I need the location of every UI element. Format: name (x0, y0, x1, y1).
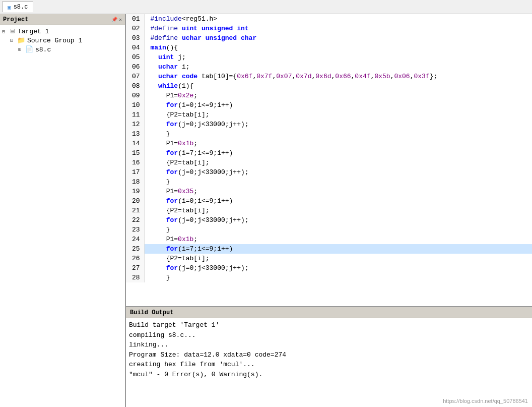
code-row: 11 {P2=tab[i]; (126, 110, 532, 120)
line-number: 14 (126, 139, 144, 148)
code-row: 03#define uchar unsigned char (126, 33, 532, 43)
code-content: uchar i; (144, 62, 532, 72)
code-row: 22 for(j=0;j<33000;j++); (126, 215, 532, 225)
line-number: 03 (126, 33, 144, 43)
code-row: 09 P1=0x2e; (126, 91, 532, 100)
line-number: 01 (126, 14, 144, 24)
code-content: } (144, 273, 532, 282)
target-icon: 🖥 (9, 28, 16, 35)
close-sidebar-icon[interactable]: ✕ (119, 17, 122, 23)
pin-icon[interactable]: 📌 (111, 17, 117, 23)
line-number: 11 (126, 110, 144, 120)
line-number: 20 (126, 196, 144, 206)
tree-item-sourcegroup1[interactable]: ⊟ 📁 Source Group 1 (0, 36, 125, 45)
code-content: for(i=0;i<=9;i++) (144, 100, 532, 110)
line-number: 25 (126, 244, 144, 254)
code-row: 14 P1=0x1b; (126, 139, 532, 148)
tree-item-target1[interactable]: ⊟ 🖥 Target 1 (0, 27, 125, 36)
code-content: {P2=tab[i]; (144, 110, 532, 120)
code-content: for(j=0;j<33000;j++); (144, 120, 532, 129)
code-row: 12 for(j=0;j<33000;j++); (126, 120, 532, 129)
file-label: s8.c (35, 46, 51, 53)
code-row: 23 } (126, 225, 532, 235)
build-line: compiling s8.c... (129, 330, 529, 340)
code-row: 21 {P2=tab[i]; (126, 206, 532, 215)
line-number: 06 (126, 62, 144, 72)
line-number: 16 (126, 158, 144, 167)
tree-item-s8c[interactable]: ⊞ 📄 s8.c (0, 45, 125, 54)
code-row: 10 for(i=0;i<=9;i++) (126, 100, 532, 110)
line-number: 10 (126, 100, 144, 110)
line-number: 27 (126, 263, 144, 273)
build-line: "mcul" - 0 Error(s), 0 Warning(s). (129, 370, 529, 380)
code-content: } (144, 225, 532, 235)
expand-file-icon[interactable]: ⊞ (18, 46, 25, 52)
line-number: 07 (126, 72, 144, 81)
c-file-icon: 📄 (25, 45, 33, 53)
code-row: 06 uchar i; (126, 62, 532, 72)
code-row: 13 } (126, 129, 532, 139)
line-number: 02 (126, 24, 144, 33)
code-content: for(j=0;j<33000;j++); (144, 263, 532, 273)
code-content: #include<reg51.h> (144, 14, 532, 24)
code-row: 20 for(i=0;i<=9;i++) (126, 196, 532, 206)
code-content: {P2=tab[i]; (144, 206, 532, 215)
expand-target-icon[interactable]: ⊟ (2, 29, 9, 35)
code-row: 02#define uint unsigned int (126, 24, 532, 33)
code-row: 17 for(j=0;j<33000;j++); (126, 167, 532, 177)
code-row: 07 uchar code tab[10]={0x6f,0x7f,0x07,0x… (126, 72, 532, 81)
editor-area: 01#include<reg51.h>02#define uint unsign… (126, 14, 532, 306)
code-table: 01#include<reg51.h>02#define uint unsign… (126, 14, 532, 282)
tab-bar: ▣ s8.c (0, 0, 532, 14)
code-row: 05 uint j; (126, 52, 532, 62)
project-tree: ⊟ 🖥 Target 1 ⊟ 📁 Source Group 1 ⊞ 📄 s8.c (0, 25, 125, 407)
code-content: {P2=tab[i]; (144, 254, 532, 263)
code-row: 08 while(1){ (126, 81, 532, 91)
line-number: 19 (126, 187, 144, 196)
line-number: 21 (126, 206, 144, 215)
code-content: while(1){ (144, 81, 532, 91)
editor-tab[interactable]: ▣ s8.c (2, 2, 33, 12)
code-row: 04main(){ (126, 43, 532, 52)
code-content: uint j; (144, 52, 532, 62)
sidebar-header: Project 📌 ✕ (0, 14, 125, 25)
file-tab-icon: ▣ (8, 4, 11, 11)
code-row: 18 } (126, 177, 532, 187)
code-content: P1=0x35; (144, 187, 532, 196)
line-number: 22 (126, 215, 144, 225)
code-row: 15 for(i=7;i<=9;i++) (126, 148, 532, 158)
code-row: 01#include<reg51.h> (126, 14, 532, 24)
target-label: Target 1 (18, 28, 49, 35)
code-row: 16 {P2=tab[i]; (126, 158, 532, 167)
code-content: } (144, 129, 532, 139)
code-content: for(j=0;j<33000;j++); (144, 215, 532, 225)
build-line: Program Size: data=12.0 xdata=0 code=274 (129, 350, 529, 360)
line-number: 08 (126, 81, 144, 91)
build-output-header: Build Output (126, 307, 532, 318)
code-content: #define uint unsigned int (144, 24, 532, 33)
code-row: 28 } (126, 273, 532, 282)
code-content: #define uchar unsigned char (144, 33, 532, 43)
code-container[interactable]: 01#include<reg51.h>02#define uint unsign… (126, 14, 532, 306)
code-content: P1=0x1b; (144, 139, 532, 148)
code-content: P1=0x2e; (144, 91, 532, 100)
line-number: 28 (126, 273, 144, 282)
folder-icon: 📁 (17, 36, 25, 44)
line-number: 17 (126, 167, 144, 177)
code-content: for(i=7;i<=9;i++) (144, 244, 532, 254)
line-number: 26 (126, 254, 144, 263)
line-number: 12 (126, 120, 144, 129)
code-content: for(i=7;i<=9;i++) (144, 148, 532, 158)
sidebar-title: Project (3, 16, 28, 23)
sidebar: Project 📌 ✕ ⊟ 🖥 Target 1 ⊟ 📁 Source Grou… (0, 14, 126, 407)
code-content: main(){ (144, 43, 532, 52)
code-content: P1=0x1b; (144, 235, 532, 244)
line-number: 09 (126, 91, 144, 100)
expand-sourcegroup-icon[interactable]: ⊟ (10, 37, 17, 43)
build-content[interactable]: Build target 'Target 1'compiling s8.c...… (126, 318, 532, 407)
build-line: Build target 'Target 1' (129, 320, 529, 330)
build-output-title: Build Output (130, 309, 173, 316)
line-number: 18 (126, 177, 144, 187)
code-content: for(i=0;i<=9;i++) (144, 196, 532, 206)
code-row: 27 for(j=0;j<33000;j++); (126, 263, 532, 273)
